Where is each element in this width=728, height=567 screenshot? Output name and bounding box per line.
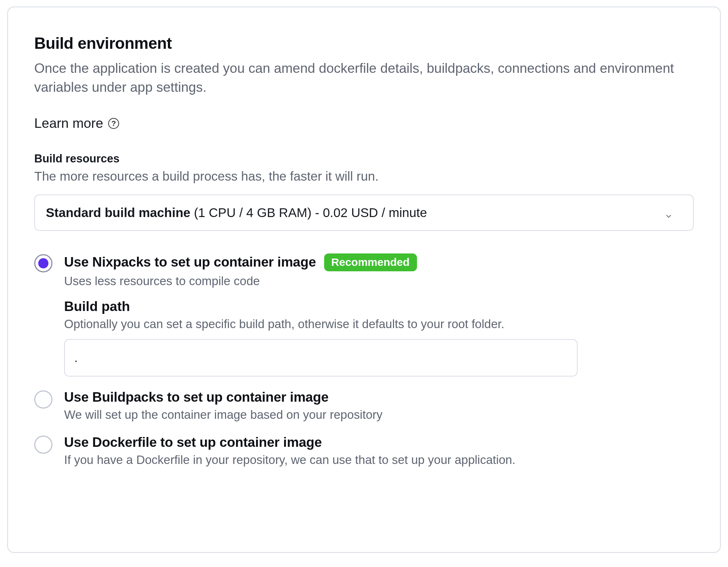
option-dockerfile[interactable]: Use Dockerfile to set up container image…	[34, 435, 694, 467]
build-path-title: Build path	[64, 299, 694, 314]
build-machine-select[interactable]: Standard build machine (1 CPU / 4 GB RAM…	[34, 194, 694, 231]
build-path-block: Build path Optionally you can set a spec…	[64, 299, 694, 377]
build-path-description: Optionally you can set a specific build …	[64, 317, 694, 331]
option-nixpacks-description: Uses less resources to compile code	[64, 274, 694, 288]
option-buildpacks[interactable]: Use Buildpacks to set up container image…	[34, 390, 694, 422]
radio-nixpacks[interactable]	[34, 254, 52, 272]
option-dockerfile-title: Use Dockerfile to set up container image	[64, 435, 322, 450]
option-dockerfile-description: If you have a Dockerfile in your reposit…	[64, 453, 694, 467]
section-title: Build environment	[34, 34, 694, 52]
build-resources-heading: Build resources	[34, 152, 694, 165]
section-subtitle: Once the application is created you can …	[34, 59, 682, 97]
radio-dockerfile[interactable]	[34, 436, 52, 454]
build-machine-selected-label: Standard build machine (1 CPU / 4 GB RAM…	[46, 205, 427, 220]
recommended-badge: Recommended	[324, 253, 417, 271]
option-buildpacks-title: Use Buildpacks to set up container image	[64, 390, 328, 405]
build-resources-description: The more resources a build process has, …	[34, 169, 694, 184]
learn-more-link[interactable]: Learn more ?	[34, 116, 694, 131]
radio-dot-icon	[38, 258, 48, 268]
help-icon: ?	[108, 118, 119, 129]
option-nixpacks[interactable]: Use Nixpacks to set up container image R…	[34, 253, 694, 377]
chevron-down-icon	[665, 209, 673, 217]
build-environment-panel: Build environment Once the application i…	[7, 7, 721, 553]
build-path-input[interactable]	[64, 339, 578, 377]
build-method-options: Use Nixpacks to set up container image R…	[34, 253, 694, 467]
option-nixpacks-title: Use Nixpacks to set up container image	[64, 255, 316, 270]
option-buildpacks-description: We will set up the container image based…	[64, 408, 694, 422]
learn-more-label: Learn more	[34, 116, 103, 131]
radio-buildpacks[interactable]	[34, 390, 52, 409]
